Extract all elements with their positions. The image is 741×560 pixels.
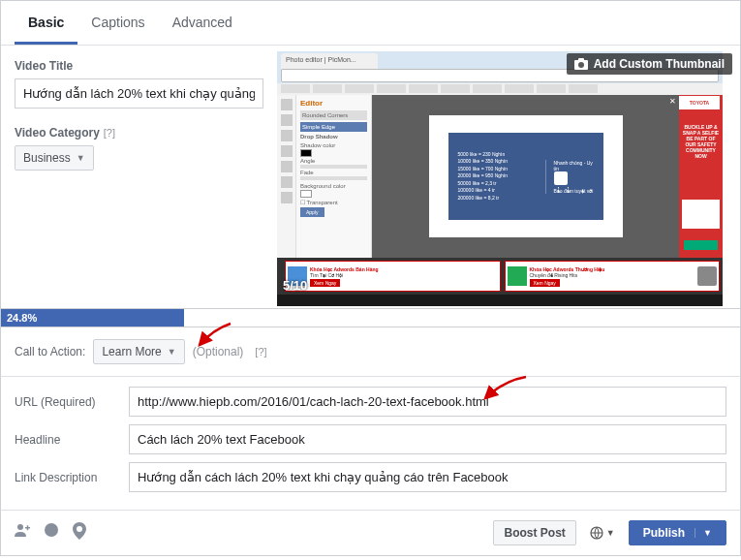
help-icon[interactable]: [?] [104, 127, 115, 139]
caret-down-icon: ▼ [77, 153, 85, 163]
video-title-input[interactable] [15, 78, 263, 109]
headline-input[interactable] [129, 424, 726, 454]
optional-text: (Optional) [193, 345, 244, 358]
caret-down-icon: ▼ [168, 347, 176, 357]
toyota-logo: TOYOTA [679, 96, 720, 109]
feeling-icon[interactable] [44, 522, 59, 544]
tab-advanced[interactable]: Advanced [159, 1, 246, 45]
tabs: Basic Captions Advanced [1, 1, 740, 46]
add-custom-thumbnail-button[interactable]: Add Custom Thumbnail [567, 53, 732, 75]
desc-input[interactable] [129, 462, 726, 492]
tab-basic[interactable]: Basic [15, 1, 77, 45]
editor-toolbar [277, 95, 296, 258]
svg-point-3 [17, 524, 23, 530]
desc-label: Link Description [15, 471, 129, 484]
video-preview[interactable]: Photo editor | PicMon... TOYOTA ✕ Editor… [277, 51, 723, 306]
tab-captions[interactable]: Captions [77, 1, 158, 45]
video-category-select[interactable]: Business▼ [15, 145, 94, 171]
video-title-label: Video Title [15, 59, 263, 73]
publish-button[interactable]: Publish ▼ [629, 520, 726, 545]
progress-fill: 24.8% [1, 309, 184, 327]
bookmarks-bar [277, 83, 723, 95]
taskbar [277, 295, 723, 306]
caret-down-icon: ▼ [695, 528, 712, 538]
video-category-label: Video Category[?] [15, 126, 263, 140]
headline-label: Headline [15, 433, 129, 447]
url-label: URL (Required) [15, 395, 129, 409]
svg-rect-5 [27, 525, 29, 530]
video-editor-container: Basic Captions Advanced Video Title Vide… [0, 0, 741, 309]
upload-progress: 24.8% [0, 309, 741, 327]
audience-selector[interactable]: ▼ [590, 526, 615, 540]
svg-point-6 [45, 523, 58, 537]
ad-bottom: Khóa Học Adwords Bán HàngTìm Tại Cơ HộiX… [277, 258, 723, 295]
boost-post-button[interactable]: Boost Post [493, 520, 575, 545]
editor-canvas: 5000 like = 230 Nghìn 10000 like = 350 N… [372, 95, 679, 258]
close-icon: ✕ [667, 97, 677, 107]
tag-people-icon[interactable] [15, 522, 30, 544]
globe-icon [590, 526, 603, 540]
svg-point-2 [578, 62, 584, 68]
caret-down-icon: ▼ [606, 528, 615, 538]
camera-icon [574, 58, 588, 70]
footer: Boost Post ▼ Publish ▼ [0, 510, 741, 556]
cta-label: Call to Action: [15, 345, 85, 358]
ad-sidebar: BUCKLE UP & SNAP A SELFIE BE PART OF OUR… [679, 95, 723, 258]
cta-select[interactable]: Learn More▼ [93, 339, 184, 364]
help-icon[interactable]: [?] [255, 346, 266, 358]
url-input[interactable] [129, 387, 726, 417]
slide-counter: 5/10 [283, 278, 307, 293]
editor-panel: Editor Rounded Corners Simple Edge Drop … [296, 95, 372, 258]
svg-rect-1 [578, 58, 584, 61]
location-icon[interactable] [73, 522, 86, 544]
